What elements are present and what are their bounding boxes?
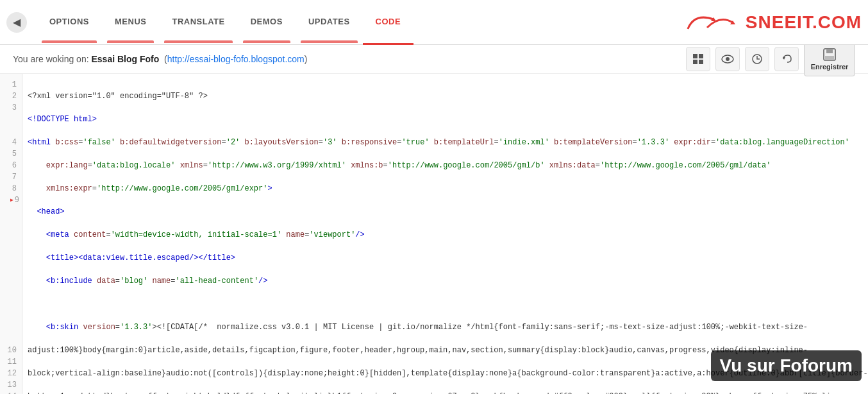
ln-1: 1 <box>0 79 22 90</box>
grid-icon <box>692 53 704 65</box>
ln-11: 11 <box>0 356 22 368</box>
svg-rect-4 <box>693 60 697 64</box>
code-line-9c: block;vertical-align:baseline}audio:not(… <box>28 368 868 379</box>
ln-4: 4 <box>0 137 22 148</box>
site-url-text: http://essai-blog-fofo.blogspot.com <box>167 54 305 64</box>
woking-prefix: You are woking on: <box>13 54 91 64</box>
nav-item-demos[interactable]: DEMOS <box>238 0 296 45</box>
ln-3b: ▶ <box>0 114 22 125</box>
code-line-9b: adjust:100%}body{margin:0}article,aside,… <box>28 345 868 356</box>
ln-14: 14 <box>0 391 22 394</box>
svg-rect-2 <box>693 54 697 58</box>
ln-10: 10 <box>0 345 22 356</box>
code-line-9d: bottom:1px dotted}b,strong{font-weight:b… <box>28 391 868 394</box>
nav-logo-arrows <box>681 10 739 35</box>
ln-9g: | <box>0 264 22 275</box>
ln-9i: | <box>0 287 22 298</box>
ln-9m: | <box>0 333 22 345</box>
code-line-3: <html b:css='false' b:defaultwidgetversi… <box>28 137 868 148</box>
nav-item-menus-label: MENUS <box>115 17 146 26</box>
sub-bar: You are woking on: Essai Blog Fofo (http… <box>0 45 868 74</box>
ln-9b: | <box>0 206 22 218</box>
ln-5: 5 <box>0 148 22 160</box>
nav-item-code[interactable]: CODE <box>363 0 414 45</box>
nav-item-updates-label: UPDATES <box>308 17 350 26</box>
ln-9h: | <box>0 275 22 287</box>
svg-rect-11 <box>826 49 833 53</box>
undo-icon-btn[interactable] <box>774 47 799 71</box>
site-url-link[interactable]: http://essai-blog-fofo.blogspot.com <box>167 54 305 64</box>
nav-underline-translate <box>164 40 232 43</box>
nav-item-options[interactable]: OPTIONS <box>37 0 102 45</box>
nav-item-translate-label: TRANSLATE <box>172 17 224 26</box>
top-nav: ◀ OPTIONS MENUS TRANSLATE DEMOS UPDATES … <box>0 0 868 45</box>
ln-9e: | <box>0 241 22 252</box>
ln-3: 3 <box>0 102 22 114</box>
nav-item-menus[interactable]: MENUS <box>102 0 159 45</box>
ln-13: 13 <box>0 379 22 391</box>
site-name: Essai Blog Fofo <box>91 54 159 64</box>
ln-8: 8 <box>0 183 22 194</box>
line-numbers: 1 2 3 ▶ ▶ 4 5 6 7 8 ▶9 | | | | | | | | |… <box>0 74 22 394</box>
ln-9f: | <box>0 252 22 264</box>
nav-underline-demos <box>243 40 290 43</box>
code-line-6: <title><data:view.title.escaped/></title… <box>28 252 868 264</box>
svg-rect-5 <box>699 60 703 64</box>
code-line-2: <!DOCTYPE html> <box>28 114 868 125</box>
nav-underline-options <box>42 40 97 43</box>
ln-9d: | <box>0 229 22 241</box>
history-icon-btn[interactable] <box>745 47 769 71</box>
sub-bar-actions: Enregistrer <box>686 42 855 76</box>
code-line-1: <?xml version="1.0" encoding="UTF-8" ?> <box>28 90 868 102</box>
code-content[interactable]: <?xml version="1.0" encoding="UTF-8" ?> … <box>22 74 868 394</box>
save-button[interactable]: Enregistrer <box>804 42 855 76</box>
nav-item-translate[interactable]: TRANSLATE <box>159 0 237 45</box>
code-line-3b: expr:lang='data:blog.locale' xmlns='http… <box>28 160 868 171</box>
eye-icon <box>721 55 734 64</box>
ln-9l: | <box>0 321 22 333</box>
svg-rect-3 <box>699 54 703 58</box>
grid-icon-btn[interactable] <box>686 47 710 71</box>
nav-items: OPTIONS MENUS TRANSLATE DEMOS UPDATES CO… <box>37 0 681 45</box>
code-line-9: <b:skin version='1.3.3'><![CDATA[/* norm… <box>28 321 868 333</box>
ln-3c: ▶ <box>0 125 22 137</box>
ln-6: 6 <box>0 160 22 171</box>
svg-point-7 <box>726 57 730 61</box>
eye-icon-btn[interactable] <box>715 47 740 71</box>
ln-2: 2 <box>0 90 22 102</box>
sub-bar-info: You are woking on: Essai Blog Fofo (http… <box>13 54 307 64</box>
ln-9k: | <box>0 310 22 321</box>
history-icon <box>751 53 763 65</box>
code-line-3c: xmlns:expr='http://www.google.com/2005/g… <box>28 183 868 194</box>
nav-item-demos-label: DEMOS <box>251 17 283 26</box>
svg-rect-12 <box>825 56 834 60</box>
nav-underline-menus <box>107 40 154 43</box>
ln-9: ▶9 <box>0 194 22 206</box>
nav-item-code-label: CODE <box>376 17 401 26</box>
nav-item-updates[interactable]: UPDATES <box>296 0 363 45</box>
ln-12: 12 <box>0 368 22 379</box>
ln-7: 7 <box>0 171 22 183</box>
save-icon <box>822 47 837 62</box>
undo-icon <box>781 53 792 65</box>
nav-logo-area: SNEEIT.COM <box>681 10 862 35</box>
code-editor: 1 2 3 ▶ ▶ 4 5 6 7 8 ▶9 | | | | | | | | |… <box>0 74 868 394</box>
ln-9j: | <box>0 298 22 310</box>
nav-underline-updates <box>301 40 358 43</box>
ln-9c: | <box>0 218 22 229</box>
code-line-8 <box>28 298 868 310</box>
code-line-7: <b:include data='blog' name='all-head-co… <box>28 275 868 287</box>
back-button[interactable]: ◀ <box>6 12 27 33</box>
code-line-4: <head> <box>28 206 868 218</box>
nav-logo-text: SNEEIT.COM <box>746 12 862 33</box>
save-label: Enregistrer <box>811 63 849 71</box>
code-line-5: <meta content='width=device-width, initi… <box>28 229 868 241</box>
nav-item-options-label: OPTIONS <box>49 17 89 26</box>
